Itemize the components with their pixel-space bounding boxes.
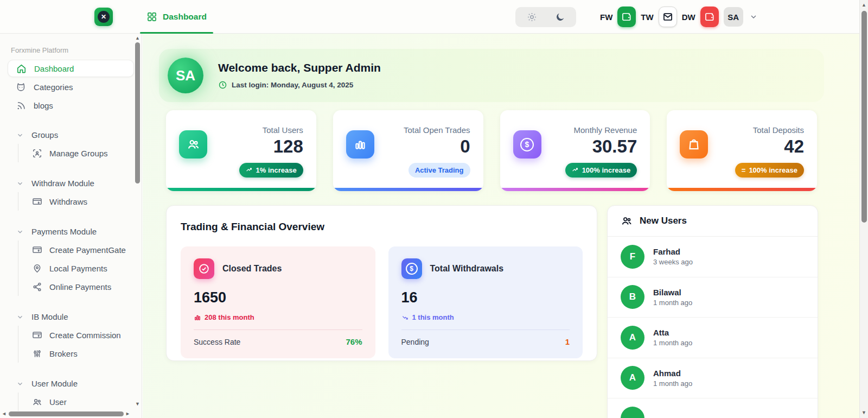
user-time: 3 weeks ago	[653, 258, 693, 266]
user-name: Ahmad	[653, 369, 692, 378]
sun-icon[interactable]	[520, 9, 544, 26]
stat-card-total-deposits: Total Deposits 42 100% increase	[667, 110, 817, 191]
theme-toggle[interactable]	[515, 7, 576, 27]
sidebar-subgroup-payments: Create PaymentGate Local Payments Online…	[18, 240, 142, 296]
sidebar-section-groups[interactable]: Groups	[8, 130, 134, 140]
success-rate-value: 76%	[346, 337, 362, 346]
user-avatar-chip[interactable]: SA	[724, 7, 743, 27]
scroll-up-arrow[interactable]: ▲	[861, 3, 866, 8]
sidebar-section-user-module[interactable]: User Module	[8, 379, 134, 388]
sidebar-vertical-scrollbar[interactable]: ▲ ▼	[133, 34, 142, 409]
sidebar-item-withdraws[interactable]: Withdraws	[25, 192, 142, 211]
tw-wallet-button[interactable]	[659, 7, 677, 27]
withdrawals-delta: 1 this month	[412, 313, 454, 321]
sidebar-item-dashboard[interactable]: Dashboard	[8, 60, 134, 77]
sidebar-item-create-paymentgate[interactable]: Create PaymentGate	[25, 240, 142, 259]
tab-dashboard[interactable]: Dashboard	[140, 0, 213, 33]
scroll-left-arrow[interactable]: ◄	[2, 411, 7, 416]
chevron-down-icon	[16, 180, 24, 187]
main-content: SA Welcome back, Supper Admin Last login…	[143, 34, 859, 418]
equals-icon	[742, 166, 746, 174]
list-item[interactable]: F Farhad 3 weeks ago	[608, 237, 818, 277]
sidebar-section-ib-module[interactable]: IB Module	[8, 312, 134, 321]
sidebar-item-label: Manage Groups	[49, 149, 108, 158]
stat-accent-bar	[333, 188, 483, 191]
stat-value: 42	[784, 136, 804, 157]
sidebar-scrollbar-thumb[interactable]	[135, 42, 140, 183]
sidebar: Forxmine Platform Dashboard Categories b…	[0, 34, 142, 418]
list-item[interactable]: B Bilawal 1 month ago	[608, 277, 818, 318]
scroll-up-arrow[interactable]: ▲	[135, 36, 140, 41]
sidebar-subgroup-ib: Create Commission Brokers	[18, 326, 142, 363]
welcome-banner: SA Welcome back, Supper Admin Last login…	[159, 49, 824, 102]
sidebar-section-label: Withdraw Module	[31, 179, 94, 188]
stat-label: Total Users	[263, 125, 303, 135]
user-name: Atta	[653, 328, 692, 337]
tab-dashboard-label: Dashboard	[163, 12, 207, 22]
card-arrow-down-icon	[32, 197, 42, 207]
dw-wallet-label: DW	[682, 12, 695, 22]
sidebar-hscrollbar-thumb[interactable]	[9, 411, 124, 416]
wallet-icon	[704, 11, 715, 22]
list-item[interactable]	[608, 398, 818, 418]
mail-icon	[662, 11, 673, 22]
stat-label: Monthly Revenue	[574, 125, 637, 135]
users-icon	[179, 130, 207, 159]
sidebar-item-label: Online Payments	[49, 282, 111, 292]
grid-icon	[146, 11, 157, 22]
sidebar-item-create-commission[interactable]: Create Commission	[25, 326, 142, 344]
sidebar-item-user[interactable]: User	[25, 392, 142, 411]
sidebar-item-label: Brokers	[49, 349, 78, 358]
list-item[interactable]: A Ahmad 1 month ago	[608, 358, 818, 399]
sidebar-item-categories[interactable]: Categories	[8, 78, 134, 96]
closed-trades-delta: 208 this month	[205, 313, 254, 321]
sidebar-section-payments-module[interactable]: Payments Module	[8, 227, 134, 236]
user-name: Bilawal	[653, 288, 692, 297]
divider	[401, 330, 570, 330]
sidebar-item-label: Withdraws	[49, 197, 87, 206]
avatar: A	[621, 326, 644, 350]
sidebar-horizontal-scrollbar[interactable]: ◄ ►	[0, 410, 133, 418]
sidebar-item-online-payments[interactable]: Online Payments	[25, 277, 142, 296]
sidebar-item-local-payments[interactable]: Local Payments	[25, 259, 142, 277]
page-scrollbar[interactable]: ▲ ▼	[859, 0, 868, 418]
stat-card-total-users: Total Users 128 1% increase	[166, 110, 316, 191]
scroll-right-arrow[interactable]: ►	[125, 411, 130, 416]
avatar: A	[621, 366, 644, 390]
scroll-down-arrow[interactable]: ▼	[861, 410, 866, 415]
dollar-circle-icon	[401, 258, 422, 279]
sidebar-item-blogs[interactable]: blogs	[8, 97, 134, 114]
sidebar-item-label: blogs	[34, 101, 53, 110]
user-name: Farhad	[653, 247, 693, 256]
card-arrow-up-icon	[32, 330, 42, 340]
total-withdrawals-card: Total Withdrawals 16 1 this month Pendin…	[388, 246, 583, 358]
stat-card-monthly-revenue: Monthly Revenue 30.57 100% increase	[500, 110, 650, 191]
stat-badge-label: 100% increase	[749, 166, 797, 174]
stat-label: Total Open Trades	[404, 125, 470, 135]
moon-icon[interactable]	[548, 9, 572, 26]
sidebar-section-label: Payments Module	[31, 227, 97, 236]
chevron-down-icon[interactable]	[749, 12, 758, 21]
user-time: 1 month ago	[653, 379, 692, 388]
avatar	[621, 407, 644, 418]
scroll-down-arrow[interactable]: ▼	[135, 402, 140, 407]
sidebar-subgroup-withdraw: Withdraws	[18, 192, 142, 211]
sidebar-item-label: User	[49, 397, 67, 407]
pending-label: Pending	[401, 338, 429, 346]
sidebar-section-withdraw-module[interactable]: Withdraw Module	[8, 179, 134, 188]
chevron-down-icon	[16, 380, 24, 388]
list-item[interactable]: A Atta 1 month ago	[608, 318, 818, 358]
sidebar-item-brokers[interactable]: Brokers	[25, 344, 142, 363]
trend-up-icon	[572, 167, 579, 174]
sidebar-item-manage-groups[interactable]: Manage Groups	[25, 144, 142, 162]
app-logo[interactable]	[94, 8, 113, 26]
platform-label: Forxmine Platform	[11, 46, 142, 54]
new-users-title: New Users	[640, 216, 687, 226]
page-scrollbar-thumb[interactable]	[861, 11, 867, 223]
scan-users-icon	[32, 148, 42, 159]
stat-badge-label: 100% increase	[582, 166, 631, 174]
fw-wallet-button[interactable]	[617, 7, 636, 27]
users-icon	[621, 215, 633, 227]
stat-label: Total Deposits	[753, 125, 804, 135]
dw-wallet-button[interactable]	[700, 7, 719, 27]
